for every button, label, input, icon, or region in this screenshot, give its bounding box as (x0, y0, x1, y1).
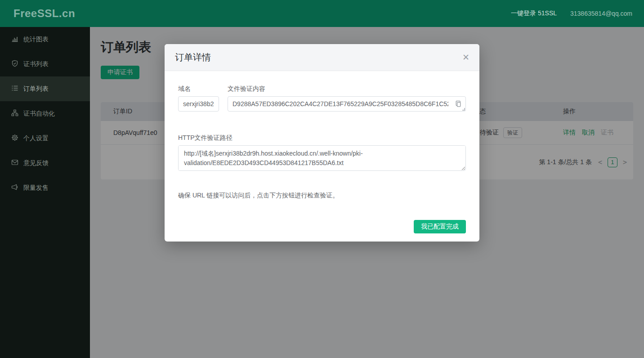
order-detail-modal: 订单详情 ✕ 域名 文件验证内容 (165, 44, 479, 242)
validation-content-input[interactable] (228, 96, 466, 112)
verification-hint: 确保 URL 链接可以访问后，点击下方按钮进行检查验证。 (178, 192, 466, 200)
sidebar-item-label: 个人设置 (23, 134, 49, 143)
close-icon[interactable]: ✕ (462, 53, 470, 62)
domain-input[interactable] (178, 96, 219, 112)
sidebar-item-label: 限量发售 (23, 184, 49, 192)
sidebar-item-settings[interactable]: 个人设置 (0, 126, 90, 151)
sidebar-item-automation[interactable]: 证书自动化 (0, 101, 90, 126)
header-right: 一键登录 51SSL 3138635814@qq.com (511, 9, 632, 18)
sidebar-nav: 统计图表 证书列表 订单列表 证书自动化 个人设置 意见反馈 限量发售 (0, 27, 90, 358)
user-email[interactable]: 3138635814@qq.com (570, 10, 632, 17)
domain-field-group: 域名 (178, 85, 219, 112)
sidebar-item-orders[interactable]: 订单列表 (0, 76, 90, 101)
sidebar-item-label: 订单列表 (23, 85, 49, 93)
list-icon (11, 85, 18, 93)
path-field-group: HTTP文件验证路径 (178, 134, 466, 172)
path-label: HTTP文件验证路径 (178, 134, 466, 142)
sidebar-item-certificates[interactable]: 证书列表 (0, 52, 90, 76)
sidebar-item-label: 证书自动化 (23, 110, 55, 118)
modal-body: 域名 文件验证内容 HTTP文件 (165, 71, 479, 247)
sidebar-item-label: 证书列表 (23, 60, 49, 68)
app-logo[interactable]: FreeSSL.cn (13, 7, 75, 20)
configured-done-button[interactable]: 我已配置完成 (414, 220, 466, 233)
mail-icon (11, 159, 18, 167)
gear-icon (11, 134, 18, 143)
content-field-group: 文件验证内容 (228, 85, 466, 112)
sidebar-item-flash-sale[interactable]: 限量发售 (0, 175, 90, 200)
domain-label: 域名 (178, 85, 219, 93)
app-body: 统计图表 证书列表 订单列表 证书自动化 个人设置 意见反馈 限量发售 订单列表 (0, 27, 644, 358)
resize-handle[interactable] (462, 108, 465, 111)
modal-footer: 我已配置完成 (178, 220, 466, 233)
bar-chart-icon (11, 35, 18, 44)
one-click-login-link[interactable]: 一键登录 51SSL (511, 9, 557, 18)
sidebar-item-statistics[interactable]: 统计图表 (0, 27, 90, 52)
shield-check-icon (11, 60, 18, 68)
megaphone-icon (11, 183, 18, 192)
sidebar-item-feedback[interactable]: 意见反馈 (0, 151, 90, 175)
modal-title: 订单详情 (175, 51, 211, 63)
sidebar-item-label: 意见反馈 (23, 159, 49, 167)
modal-header: 订单详情 ✕ (165, 44, 479, 71)
content-label: 文件验证内容 (228, 85, 466, 93)
copy-icon[interactable] (455, 100, 462, 107)
validation-path-textarea[interactable] (178, 145, 466, 171)
top-header: FreeSSL.cn 一键登录 51SSL 3138635814@qq.com (0, 0, 644, 27)
org-chart-icon (11, 109, 18, 118)
sidebar-item-label: 统计图表 (23, 36, 49, 44)
